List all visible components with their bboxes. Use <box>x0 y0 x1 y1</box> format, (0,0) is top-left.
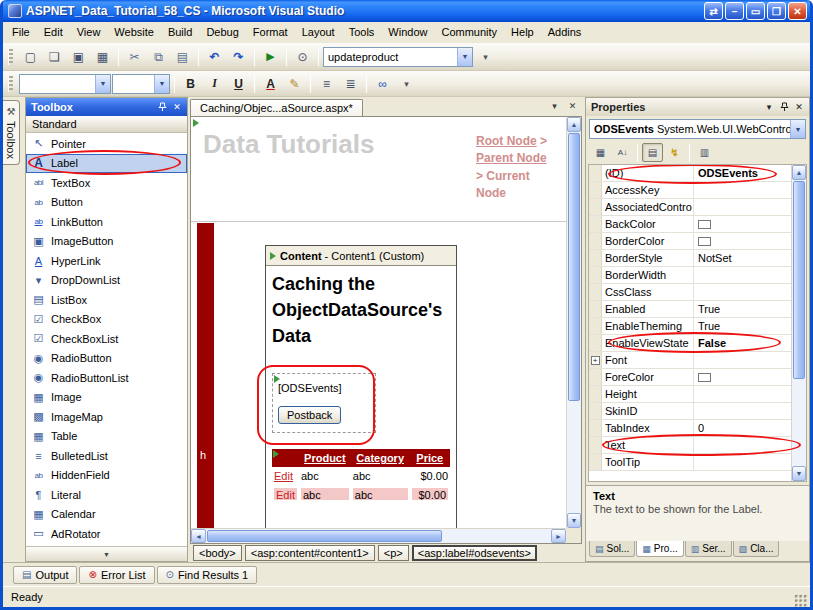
menu-item-build[interactable]: Build <box>161 23 199 42</box>
property-row-borderwidth[interactable]: BorderWidth <box>589 267 791 284</box>
property-value[interactable] <box>694 454 791 470</box>
property-row-font[interactable]: +Font <box>589 352 791 369</box>
toolbox-item-bulletedlist[interactable]: ≡BulletedList <box>26 446 187 466</box>
undo-icon[interactable]: ↶ <box>203 46 226 68</box>
property-row-cssclass[interactable]: CssClass <box>589 284 791 301</box>
tool-tab-cla[interactable]: ▧Cla... <box>733 541 780 557</box>
close-document-icon[interactable]: ✕ <box>565 99 580 113</box>
breadcrumb-link-parent[interactable]: Parent Node <box>476 151 547 165</box>
tag-path-item[interactable]: <body> <box>193 545 242 561</box>
vertical-scroll-thumb[interactable] <box>793 181 805 379</box>
tool-tab-sol[interactable]: ▤Sol... <box>589 541 635 557</box>
expand-plus-icon[interactable]: + <box>591 356 600 365</box>
start-debug-icon[interactable]: ▶ <box>259 46 282 68</box>
menu-item-addins[interactable]: Addins <box>541 23 589 42</box>
design-vertical-scrollbar[interactable]: ▲ ▼ <box>566 117 581 528</box>
toolbox-item-adrotator[interactable]: ▭AdRotator <box>26 524 187 544</box>
tag-path-item[interactable]: <asp:content#content1> <box>245 545 375 561</box>
edit-link[interactable]: Edit <box>274 470 293 482</box>
property-row-tooltip[interactable]: ToolTip <box>589 454 791 471</box>
toolbox-item-listbox[interactable]: ▤ListBox <box>26 290 187 310</box>
style-combo[interactable]: ▼ <box>19 74 111 94</box>
restore-button[interactable]: ❐ <box>767 2 786 20</box>
title-bar[interactable]: ASPNET_Data_Tutorial_58_CS - Microsoft V… <box>3 0 810 22</box>
tag-path-item[interactable]: <p> <box>378 545 409 561</box>
property-value[interactable] <box>694 386 791 402</box>
property-row-text[interactable]: Text <box>589 437 791 454</box>
cut-icon[interactable]: ✂ <box>123 46 146 68</box>
copy-icon[interactable]: ⧉ <box>147 46 170 68</box>
toolbox-item-hiddenfield[interactable]: abHiddenField <box>26 466 187 486</box>
toolbox-item-table[interactable]: ▦Table <box>26 427 187 447</box>
output-tab-output[interactable]: ▤Output <box>13 566 77 584</box>
smart-tag-glyph[interactable] <box>274 375 280 383</box>
toolbox-item-radiobutton[interactable]: ◉RadioButton <box>26 349 187 369</box>
property-row-forecolor[interactable]: ForeColor <box>589 369 791 386</box>
events-icon[interactable]: ↯ <box>664 143 685 162</box>
scroll-right-icon[interactable]: ► <box>551 529 566 543</box>
property-row-height[interactable]: Height <box>589 386 791 403</box>
toolbox-item-textbox[interactable]: ablTextBox <box>26 173 187 193</box>
pin-icon[interactable] <box>777 101 791 114</box>
categorized-icon[interactable]: ▦ <box>590 143 611 162</box>
property-value[interactable] <box>694 403 791 419</box>
scroll-up-icon[interactable]: ▲ <box>567 117 581 132</box>
bullets-icon[interactable]: ≡ <box>315 73 338 95</box>
toolbox-item-linkbutton[interactable]: abLinkButton <box>26 212 187 232</box>
open-icon[interactable]: ❏ <box>43 46 66 68</box>
toolbar-grip[interactable] <box>8 49 13 65</box>
odsevents-label-control[interactable]: [ODSEvents] <box>278 382 370 394</box>
toolbox-item-calendar[interactable]: ▦Calendar <box>26 505 187 525</box>
document-tab[interactable]: Caching/Objec...aSource.aspx* <box>190 99 363 116</box>
toolbox-item-image[interactable]: ▦Image <box>26 388 187 408</box>
document-list-dropdown-icon[interactable]: ▾ <box>547 99 562 113</box>
chevron-down-icon[interactable]: ▼ <box>790 120 805 138</box>
scroll-up-icon[interactable]: ▲ <box>792 165 806 180</box>
numbering-icon[interactable]: ≣ <box>339 73 362 95</box>
property-row-enabletheming[interactable]: EnableThemingTrue <box>589 318 791 335</box>
menu-item-view[interactable]: View <box>70 23 108 42</box>
window-menu-icon[interactable]: ▾ <box>762 101 776 114</box>
toolbox-item-radiobuttonlist[interactable]: ◉RadioButtonList <box>26 368 187 388</box>
output-tab-findresults1[interactable]: ⊙Find Results 1 <box>157 566 258 584</box>
close-icon[interactable]: ✕ <box>170 101 184 114</box>
window-arrows-button[interactable]: ⇄ <box>704 2 723 20</box>
design-horizontal-scrollbar[interactable]: ◄ ► <box>191 528 566 543</box>
scroll-down-icon[interactable]: ▼ <box>792 466 806 481</box>
property-value[interactable]: True <box>694 318 791 334</box>
property-value[interactable] <box>694 369 791 385</box>
command-combo[interactable]: updateproduct▼ <box>323 47 473 67</box>
toolbox-item-imagemap[interactable]: ▩ImageMap <box>26 407 187 427</box>
menu-item-help[interactable]: Help <box>504 23 541 42</box>
scroll-down-icon[interactable]: ▼ <box>567 513 581 528</box>
breadcrumb-link-root[interactable]: Root Node <box>476 134 537 148</box>
fore-color-icon[interactable]: A <box>259 73 282 95</box>
content-placeholder-region[interactable]: Content - Content1 (Custom) Caching the … <box>265 245 457 528</box>
property-pages-icon[interactable]: ▥ <box>694 143 715 162</box>
horizontal-scroll-thumb[interactable] <box>207 530 442 542</box>
property-value[interactable] <box>694 216 791 232</box>
output-tab-errorlist[interactable]: ⊗Error List <box>79 566 154 584</box>
toolbox-item-button[interactable]: abButton <box>26 193 187 213</box>
toolbox-item-hyperlink[interactable]: AHyperLink <box>26 251 187 271</box>
highlight-icon[interactable]: ✎ <box>283 73 306 95</box>
toolbox-titlebar[interactable]: Toolbox ✕ <box>26 98 187 116</box>
property-row-id[interactable]: (ID)ODSEvents <box>589 165 791 182</box>
gridview-smart-tag-glyph[interactable] <box>273 450 279 458</box>
minimize-button[interactable]: – <box>725 2 744 20</box>
property-row-tabindex[interactable]: TabIndex0 <box>589 420 791 437</box>
property-value[interactable]: ODSEvents <box>694 165 791 181</box>
menu-item-file[interactable]: File <box>5 23 37 42</box>
toolbox-item-dropdownlist[interactable]: ▾DropDownList <box>26 271 187 291</box>
paste-icon[interactable]: ▤ <box>171 46 194 68</box>
menu-item-website[interactable]: Website <box>107 23 161 42</box>
tool-tab-pro[interactable]: ▦Pro... <box>636 541 683 557</box>
find-icon[interactable]: ⊙ <box>291 46 314 68</box>
toolbar-options-icon[interactable]: ▾ <box>474 46 497 68</box>
maximize-button[interactable]: ▭ <box>746 2 765 20</box>
property-value[interactable] <box>694 437 791 453</box>
new-icon[interactable]: ▢ <box>19 46 42 68</box>
chevron-down-icon[interactable]: ▼ <box>95 75 110 93</box>
property-value[interactable] <box>694 284 791 300</box>
tool-tab-ser[interactable]: ▥Ser... <box>685 541 732 557</box>
